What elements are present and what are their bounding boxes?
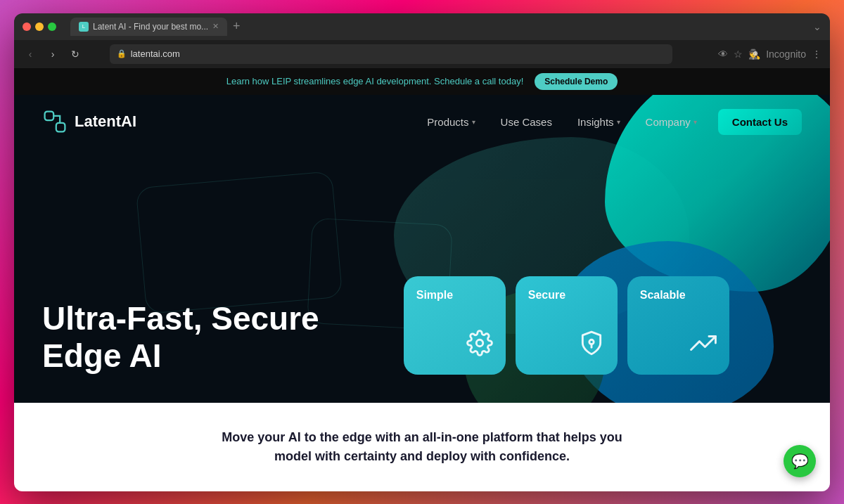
- nav-links: Products Use Cases Insights Company Cont…: [417, 109, 802, 135]
- bottom-section: Move your AI to the edge with an all-in-…: [14, 403, 830, 491]
- tab-close-icon[interactable]: ✕: [212, 22, 219, 31]
- card-simple: Simple: [404, 276, 506, 375]
- shield-icon: [578, 330, 605, 362]
- card-scalable-label: Scalable: [640, 289, 717, 302]
- trending-up-icon: [690, 330, 717, 362]
- website-content: Learn how LEIP streamlines edge AI devel…: [14, 68, 830, 491]
- tab-bar: L Latent AI - Find your best mo... ✕ +: [70, 18, 245, 36]
- announcement-banner: Learn how LEIP streamlines edge AI devel…: [14, 68, 830, 95]
- hero-text: Ultra-Fast, Secure Edge AI: [42, 300, 319, 375]
- hero-content: Ultra-Fast, Secure Edge AI Simple: [14, 149, 830, 403]
- logo-text: LatentAI: [75, 112, 136, 131]
- browser-window: L Latent AI - Find your best mo... ✕ + ⌄…: [14, 13, 830, 491]
- incognito-label: Incognito: [766, 49, 806, 60]
- card-secure-label: Secure: [528, 289, 605, 302]
- card-scalable: Scalable: [627, 276, 729, 375]
- hero-cards: Simple Secure: [404, 276, 729, 375]
- nav-company[interactable]: Company: [636, 110, 707, 134]
- nav-use-cases[interactable]: Use Cases: [491, 110, 562, 134]
- incognito-icon: 🕵: [748, 49, 760, 60]
- tabs-chevron-icon[interactable]: ⌄: [813, 21, 821, 32]
- url-text: latentai.com: [131, 49, 180, 59]
- traffic-lights: [23, 22, 56, 31]
- nav-insights[interactable]: Insights: [568, 110, 630, 134]
- tab-favicon: L: [79, 22, 89, 32]
- chat-bubble-button[interactable]: 💬: [784, 445, 816, 477]
- address-bar-row: ‹ › ↻ 🔒 latentai.com 👁 ☆ 🕵 Incognito ⋮: [14, 40, 830, 68]
- chat-icon: 💬: [791, 453, 809, 470]
- schedule-demo-button[interactable]: Schedule Demo: [535, 73, 618, 90]
- contact-button[interactable]: Contact Us: [718, 109, 802, 135]
- nav-products[interactable]: Products: [417, 110, 485, 134]
- hero-section: LatentAI Products Use Cases Insights Com…: [14, 95, 830, 403]
- card-simple-label: Simple: [416, 289, 493, 302]
- menu-icon[interactable]: ⋮: [812, 49, 821, 60]
- svg-point-2: [476, 340, 483, 347]
- eye-off-icon[interactable]: 👁: [718, 49, 728, 60]
- browser-action-buttons: 👁 ☆ 🕵 Incognito ⋮: [718, 49, 821, 60]
- gear-icon: [466, 330, 493, 362]
- lock-icon: 🔒: [117, 49, 127, 58]
- back-button[interactable]: ‹: [23, 46, 38, 62]
- card-secure: Secure: [516, 276, 618, 375]
- main-nav: LatentAI Products Use Cases Insights Com…: [14, 95, 830, 149]
- svg-rect-1: [56, 123, 65, 132]
- new-tab-button[interactable]: +: [229, 19, 245, 34]
- reload-button[interactable]: ↻: [68, 46, 83, 62]
- bookmark-icon[interactable]: ☆: [734, 49, 743, 60]
- svg-rect-0: [45, 112, 54, 121]
- browser-titlebar: L Latent AI - Find your best mo... ✕ + ⌄: [14, 13, 830, 40]
- maximize-button[interactable]: [48, 22, 56, 31]
- url-bar[interactable]: 🔒 latentai.com: [110, 44, 672, 64]
- active-tab[interactable]: L Latent AI - Find your best mo... ✕: [70, 18, 227, 36]
- close-button[interactable]: [23, 22, 31, 31]
- minimize-button[interactable]: [35, 22, 44, 31]
- logo[interactable]: LatentAI: [42, 109, 136, 134]
- forward-button[interactable]: ›: [45, 46, 60, 62]
- tab-title: Latent AI - Find your best mo...: [93, 22, 208, 32]
- hero-title: Ultra-Fast, Secure Edge AI: [42, 300, 319, 375]
- announcement-text: Learn how LEIP streamlines edge AI devel…: [226, 76, 524, 86]
- bottom-tagline: Move your AI to the edge with an all-in-…: [211, 428, 633, 466]
- logo-icon: [42, 109, 68, 134]
